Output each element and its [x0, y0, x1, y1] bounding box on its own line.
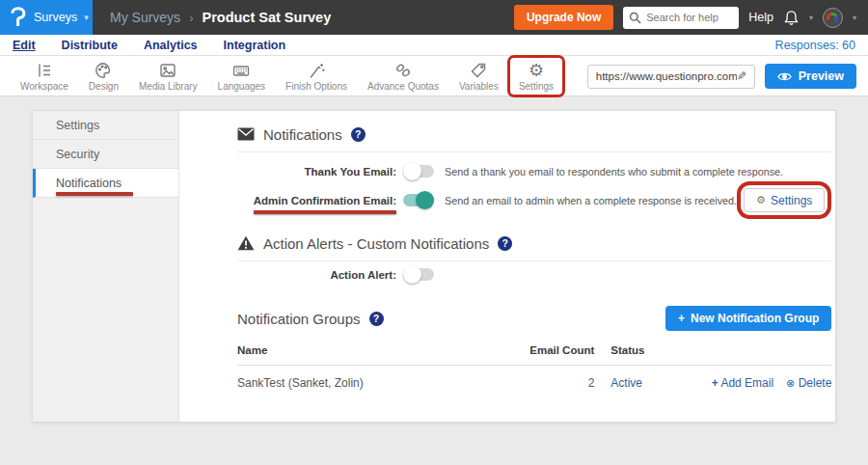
chevron-down-icon: ▾ — [84, 13, 89, 22]
toolbar-item-settings[interactable]: ⚙ Settings — [512, 60, 560, 93]
help-link[interactable]: Help — [748, 11, 773, 24]
settings-gear-icon: ⚙ — [529, 61, 544, 80]
toggle-knob — [403, 162, 421, 180]
breadcrumb-separator-icon: › — [189, 11, 193, 25]
toolbar-item-label: Languages — [218, 81, 266, 92]
search-icon — [629, 12, 641, 24]
sidebar-item-security[interactable]: Security — [33, 140, 178, 169]
main-nav: Edit Distribute Analytics Integration Re… — [0, 35, 868, 56]
questionpro-logo-icon — [10, 6, 27, 29]
add-email-link[interactable]: + Add Email — [712, 376, 773, 390]
tab-edit[interactable]: Edit — [13, 39, 36, 52]
notifications-content: Notifications ? Thank You Email: Send a … — [179, 111, 864, 422]
group-status-link[interactable]: Active — [594, 376, 687, 390]
media-library-icon — [158, 61, 177, 80]
divider — [237, 151, 831, 152]
settings-sidebar: Settings Security Notifications — [33, 111, 179, 422]
table-row: SankTest (Sanket, Zolin) 2 Active + Add … — [237, 366, 831, 399]
divider — [237, 260, 831, 261]
account-chevron-down-icon[interactable]: ▾ — [853, 14, 856, 22]
admin-confirmation-email-label: Admin Confirmation Email: — [237, 195, 396, 206]
column-header-email-count: Email Count — [527, 344, 594, 356]
workspace-icon — [35, 61, 54, 80]
preview-button[interactable]: Preview — [765, 64, 856, 89]
thank-you-email-label: Thank You Email: — [237, 166, 396, 178]
tab-distribute[interactable]: Distribute — [62, 39, 118, 52]
toolbar-right: https://www.questionpro.com/t/. ✎ Previe… — [587, 64, 856, 89]
delete-link[interactable]: ⊗ Delete — [786, 376, 831, 390]
thank-you-email-row: Thank You Email: Send a thank you email … — [237, 165, 831, 178]
breadcrumb-parent[interactable]: My Surveys — [110, 10, 180, 25]
edit-url-pencil-icon[interactable]: ✎ — [737, 69, 746, 83]
toolbar-item-label: Settings — [519, 81, 554, 92]
column-header-name: Name — [237, 344, 527, 356]
section-title: Action Alerts - Custom Notifications — [263, 235, 489, 252]
responses-count[interactable]: Responses: 60 — [775, 39, 855, 52]
header-right: Upgrade Now Help ▾ ▾ — [514, 5, 868, 30]
envelope-icon — [237, 127, 255, 141]
notification-bell-icon[interactable] — [783, 10, 800, 26]
warning-triangle-icon — [237, 235, 255, 251]
tab-analytics[interactable]: Analytics — [144, 39, 198, 52]
design-palette-icon — [94, 61, 113, 80]
search-input[interactable] — [646, 12, 735, 23]
admin-confirmation-email-description: Send an email to admin when a complete r… — [445, 195, 737, 206]
admin-confirmation-email-row: Admin Confirmation Email: Send an email … — [237, 181, 831, 219]
survey-url-field[interactable]: https://www.questionpro.com/t/. ✎ — [587, 65, 755, 89]
section-title: Notification Groups — [237, 311, 361, 327]
new-group-button-label: New Notification Group — [691, 312, 819, 325]
bell-chevron-down-icon[interactable]: ▾ — [809, 14, 813, 22]
help-icon[interactable]: ? — [498, 236, 512, 251]
survey-url-text: https://www.questionpro.com/t/. — [596, 70, 737, 82]
action-alert-toggle[interactable] — [403, 268, 434, 281]
settings-card: Settings Security Notifications Notifica… — [32, 110, 836, 423]
help-icon[interactable]: ? — [351, 127, 366, 142]
action-alert-label: Action Alert: — [237, 269, 396, 281]
toolbar-item-media-library[interactable]: Media Library — [132, 60, 204, 93]
toolbar-item-finish-options[interactable]: Finish Options — [279, 60, 354, 93]
help-search-box[interactable] — [623, 7, 739, 29]
sidebar-item-notifications[interactable]: Notifications — [33, 169, 178, 198]
sidebar-item-label: Security — [56, 148, 99, 161]
toolbar-item-variables[interactable]: Variables — [452, 60, 505, 93]
admin-email-settings-button[interactable]: ⚙ Settings — [744, 188, 825, 212]
table-header-row: Name Email Count Status — [237, 344, 831, 366]
new-notification-group-button[interactable]: + New Notification Group — [665, 306, 831, 331]
notifications-section-header: Notifications ? — [237, 124, 831, 144]
toggle-knob — [416, 191, 434, 209]
sidebar-item-label: Settings — [56, 119, 99, 132]
upgrade-now-button[interactable]: Upgrade Now — [514, 5, 613, 30]
avatar[interactable] — [823, 8, 843, 28]
group-email-count-link[interactable]: 2 — [527, 376, 594, 390]
toolbar-item-workspace[interactable]: Workspace — [14, 60, 75, 93]
avatar-gauge-icon — [827, 13, 838, 24]
thank-you-email-toggle[interactable] — [403, 165, 434, 178]
notification-groups-title-wrap: Notification Groups ? — [237, 311, 384, 327]
toolbar-item-advance-quotas[interactable]: Advance Quotas — [361, 60, 446, 93]
toolbar-item-label: Media Library — [139, 81, 198, 92]
toolbar-item-label: Design — [89, 81, 119, 92]
gear-icon: ⚙ — [756, 194, 766, 206]
help-icon[interactable]: ? — [369, 312, 384, 326]
toolbar-item-label: Advance Quotas — [367, 81, 439, 92]
surveys-menu-label: Surveys — [34, 11, 77, 24]
action-alerts-section-header: Action Alerts - Custom Notifications ? — [237, 233, 831, 253]
sidebar-item-settings[interactable]: Settings — [33, 111, 178, 140]
tab-integration[interactable]: Integration — [224, 39, 286, 52]
finish-options-wand-icon — [307, 61, 326, 80]
toolbar-item-languages[interactable]: Languages — [211, 60, 273, 93]
top-header: Surveys ▾ My Surveys › Product Sat Surve… — [0, 0, 868, 35]
action-alert-row: Action Alert: — [237, 268, 831, 281]
sidebar-item-label: Notifications — [56, 177, 122, 190]
group-name: SankTest (Sanket, Zolin) — [237, 376, 527, 390]
red-annotation-underline — [56, 192, 133, 196]
notification-groups-table: Name Email Count Status SankTest (Sanket… — [237, 344, 831, 399]
variables-tag-icon — [469, 61, 488, 80]
surveys-menu[interactable]: Surveys ▾ — [0, 0, 93, 35]
toolbar-item-label: Workspace — [20, 81, 68, 92]
toolbar-item-design[interactable]: Design — [82, 60, 125, 93]
languages-keyboard-icon — [231, 61, 251, 80]
admin-confirmation-email-toggle[interactable] — [403, 194, 434, 206]
page-title: Product Sat Survey — [202, 10, 331, 25]
toggle-knob — [403, 265, 421, 284]
